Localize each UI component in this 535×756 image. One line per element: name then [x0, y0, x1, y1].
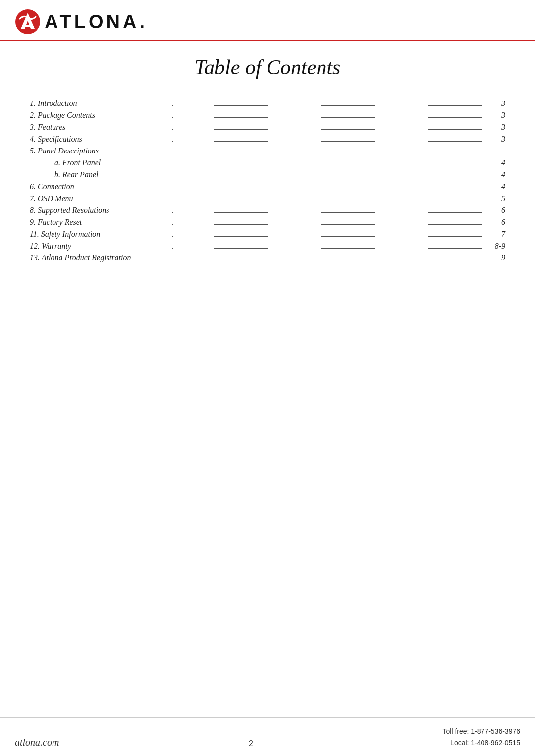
toc-dots	[172, 141, 486, 142]
toc-dots	[172, 189, 486, 189]
toc-dots	[172, 212, 486, 213]
toc-page-number: 4	[490, 170, 505, 179]
toc-item-label: 12. Warranty	[30, 242, 168, 251]
toc-page-number: 8-9	[490, 242, 505, 251]
main-content: Table of Contents 1. Introduction32. Pac…	[0, 41, 535, 717]
toc-item-label: 13. Atlona Product Registration	[30, 253, 168, 262]
toc-row: 1. Introduction3	[30, 99, 505, 108]
footer-contact: Toll free: 1-877-536-3976 Local: 1-408-9…	[443, 726, 520, 748]
toc-dots	[172, 224, 486, 225]
toc-dots	[172, 260, 486, 260]
page-footer: atlona.com 2 Toll free: 1-877-536-3976 L…	[0, 717, 535, 756]
toc-item-label: 3. Features	[30, 123, 168, 132]
toc-row: b. Rear Panel4	[30, 170, 505, 179]
toc-dots	[172, 117, 486, 118]
toc-item-label: 6. Connection	[30, 182, 168, 191]
footer-toll-free: Toll free: 1-877-536-3976	[443, 726, 520, 737]
logo-text: ATLONA.	[45, 11, 148, 33]
toc-row: 5. Panel Descriptions	[30, 147, 505, 155]
toc-item-label: 2. Package Contents	[30, 111, 168, 120]
toc-row: 11. Safety Information7	[30, 230, 505, 239]
toc-row: 13. Atlona Product Registration9	[30, 253, 505, 262]
toc-row: 6. Connection4	[30, 182, 505, 191]
toc-row: 7. OSD Menu5	[30, 194, 505, 203]
toc-item-label: 9. Factory Reset	[30, 218, 168, 227]
toc-item-label: 5. Panel Descriptions	[30, 147, 168, 155]
toc-container: 1. Introduction32. Package Contents33. F…	[30, 99, 505, 262]
toc-dots	[172, 105, 486, 106]
toc-dots	[172, 165, 486, 165]
toc-row: 12. Warranty8-9	[30, 242, 505, 251]
page-title: Table of Contents	[30, 55, 505, 79]
toc-item-label: 11. Safety Information	[30, 230, 168, 239]
toc-page-number: 7	[490, 230, 505, 239]
logo-container: ATLONA.	[15, 9, 148, 35]
toc-row: 4. Specifications3	[30, 135, 505, 144]
toc-item-label: 4. Specifications	[30, 135, 168, 144]
toc-dots	[172, 177, 486, 177]
footer-local: Local: 1-408-962-0515	[443, 737, 520, 748]
toc-row: 8. Supported Resolutions6	[30, 206, 505, 215]
toc-page-number: 3	[490, 135, 505, 144]
toc-dots	[172, 201, 486, 201]
footer-page-number: 2	[249, 739, 253, 748]
toc-page-number: 3	[490, 111, 505, 120]
toc-item-label: 8. Supported Resolutions	[30, 206, 168, 215]
toc-dots	[172, 236, 486, 237]
toc-page-number: 4	[490, 158, 505, 167]
toc-page-number: 9	[490, 253, 505, 262]
toc-page-number: 4	[490, 182, 505, 191]
toc-page-number: 6	[490, 206, 505, 215]
toc-item-label: b. Rear Panel	[30, 170, 168, 179]
toc-item-label: 7. OSD Menu	[30, 194, 168, 203]
toc-item-label: a. Front Panel	[30, 158, 168, 167]
toc-dots	[172, 129, 486, 130]
toc-row: 2. Package Contents3	[30, 111, 505, 120]
atlona-logo-icon	[15, 9, 41, 35]
toc-page-number: 5	[490, 194, 505, 203]
toc-row: a. Front Panel4	[30, 158, 505, 167]
toc-page-number: 3	[490, 123, 505, 132]
toc-row: 3. Features3	[30, 123, 505, 132]
toc-page-number: 6	[490, 218, 505, 227]
toc-dots	[172, 248, 486, 249]
toc-row: 9. Factory Reset6	[30, 218, 505, 227]
toc-item-label: 1. Introduction	[30, 99, 168, 108]
footer-website: atlona.com	[15, 737, 59, 748]
toc-page-number: 3	[490, 99, 505, 108]
page-header: ATLONA.	[0, 0, 535, 41]
